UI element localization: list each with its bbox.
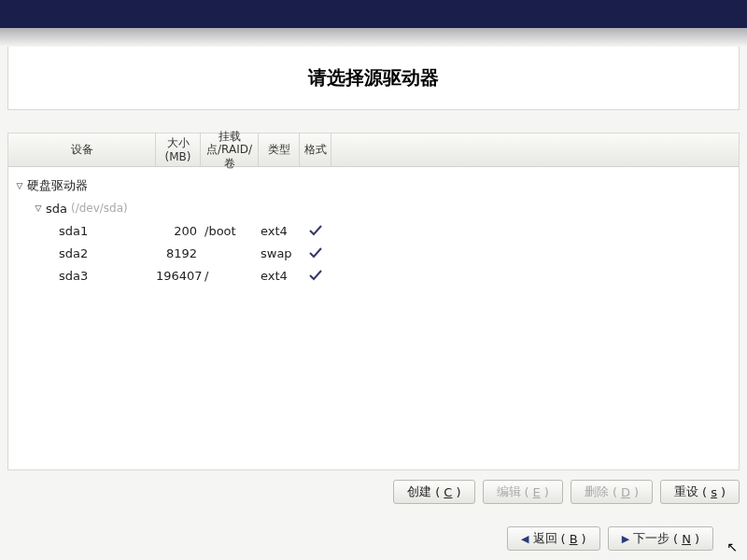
disk-path: (/dev/sda) [71, 202, 128, 215]
part-size: 200 [156, 224, 201, 238]
create-button[interactable]: 创建(C) [393, 480, 474, 504]
part-format [300, 223, 331, 238]
expand-icon[interactable]: ▽ [14, 181, 25, 190]
edit-button: 编辑(E) [483, 480, 563, 504]
footer-bar: ◀返回 (B) ▶下一步 (N) [507, 526, 713, 551]
arrow-left-icon: ◀ [521, 533, 529, 545]
expand-icon[interactable]: ▽ [33, 203, 44, 213]
partition-table: 设备 大小(MB) 挂载点/RAID/卷 类型 格式 ▽ 硬盘驱动器 ▽ sda… [7, 133, 740, 470]
part-name: sda1 [59, 224, 88, 238]
arrow-right-icon: ▶ [622, 533, 629, 545]
table-body: ▽ 硬盘驱动器 ▽ sda (/dev/sda) sda1 200 /boot … [8, 167, 739, 469]
action-bar: 创建(C) 编辑(E) 删除 (D) 重设(s) [0, 470, 747, 504]
part-size: 8192 [156, 246, 201, 260]
disk-row[interactable]: ▽ sda (/dev/sda) [8, 197, 739, 219]
col-device[interactable]: 设备 [8, 133, 156, 166]
part-type: ext4 [259, 224, 300, 238]
disk-name: sda [46, 202, 67, 216]
part-size: 196407 [156, 269, 201, 283]
part-name: sda3 [59, 269, 88, 283]
spacer [0, 110, 747, 133]
part-type: swap [259, 246, 300, 260]
reset-button[interactable]: 重设(s) [660, 480, 740, 504]
part-name: sda2 [59, 246, 88, 260]
col-type[interactable]: 类型 [259, 133, 300, 166]
page-title: 请选择源驱动器 [8, 65, 739, 91]
partition-row[interactable]: sda1 200 /boot ext4 [8, 219, 739, 242]
col-format[interactable]: 格式 [300, 133, 331, 166]
col-size[interactable]: 大小(MB) [156, 133, 201, 166]
tree-root-row[interactable]: ▽ 硬盘驱动器 [8, 175, 739, 197]
part-format [300, 268, 331, 283]
part-format [300, 245, 331, 260]
next-button[interactable]: ▶下一步 (N) [608, 526, 713, 551]
root-label: 硬盘驱动器 [27, 177, 88, 194]
check-icon [308, 268, 323, 283]
partition-row[interactable]: sda2 8192 swap [8, 242, 739, 264]
part-mount: / [201, 269, 259, 283]
back-button[interactable]: ◀返回 (B) [507, 526, 600, 551]
part-mount: /boot [201, 224, 259, 238]
col-rest [331, 133, 739, 166]
col-mount[interactable]: 挂载点/RAID/卷 [201, 133, 259, 166]
partition-row[interactable]: sda3 196407 / ext4 [8, 264, 739, 287]
cursor-icon: ↖ [726, 539, 738, 554]
part-type: ext4 [259, 269, 300, 283]
check-icon [308, 223, 323, 238]
delete-button: 删除 (D) [571, 480, 653, 504]
check-icon [308, 245, 323, 260]
table-header: 设备 大小(MB) 挂载点/RAID/卷 类型 格式 [8, 133, 739, 167]
top-banner [0, 0, 747, 47]
title-panel: 请选择源驱动器 [7, 47, 740, 110]
